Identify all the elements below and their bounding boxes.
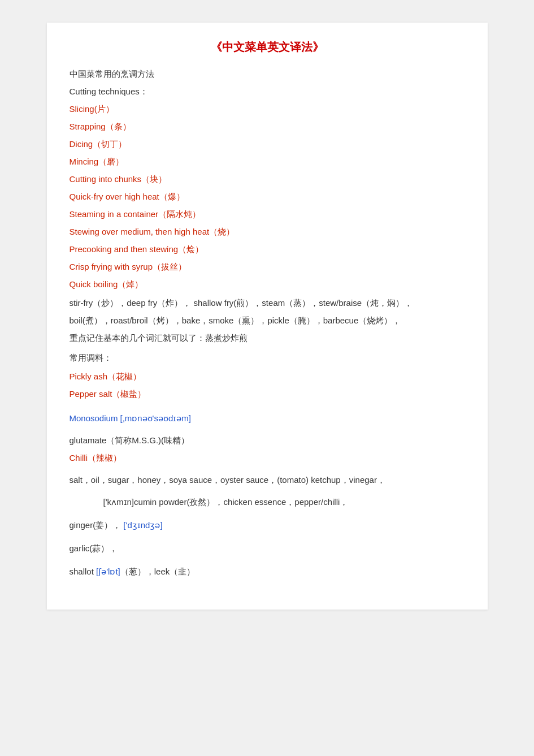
intro-text: 中国菜常用的烹调方法 [70,66,465,81]
cooking-methods-2: boil(煮），roast/broil（烤），bake，smoke（熏），pic… [70,313,465,328]
cutting-item-3: Dicing（切丁） [70,136,465,152]
page-title: 《中文菜单英文译法》 [70,40,465,55]
condiment-list1: salt，oil，sugar，honey，soya sauce，oyster s… [70,472,465,487]
condiment-glutamate: glutamate（简称M.S.G.)(味精） [70,433,465,448]
cooking-methods-1: stir-fry（炒），deep fry（炸）， shallow fry(煎），… [70,295,465,310]
condiment-monosodium: Monosodium [ˌmɒnəʊ'səʊdɪəm] [70,411,465,426]
cutting-item-9: Precooking and then stewing（烩） [70,241,465,257]
cutting-item-2: Strapping（条） [70,119,465,134]
cutting-item-11: Quick boiling（焯） [70,277,465,292]
cutting-item-6: Quick-fry over high heat（爆） [70,189,465,204]
key-phrase: 重点记住基本的几个词汇就可以了：蒸煮炒炸煎 [70,330,465,345]
condiment-ginger: ginger(姜）， ['dʒɪndʒə] [70,517,465,533]
condiment-cumin: ['kʌmɪn]cumin powder(孜然），chicken essence… [70,494,465,509]
page-container: 《中文菜单英文译法》 中国菜常用的烹调方法 Cutting techniques… [47,23,488,610]
condiment-shallot: shallot [ʃə'lɒt]（葱），leek（韭） [70,564,465,579]
cutting-item-7: Steaming in a container（隔水炖） [70,206,465,222]
cutting-item-10: Crisp frying with syrup（拔丝） [70,259,465,274]
condiments-header: 常用调料： [70,350,465,365]
condiment-garlic: garlic(蒜）， [70,541,465,556]
condiment-chilli: Chilli（辣椒） [70,450,465,465]
condiment-2: Pepper salt（椒盐） [70,386,465,401]
cutting-header: Cutting techniques： [70,84,465,99]
cutting-item-1: Slicing(片） [70,101,465,116]
cutting-item-5: Cutting into chunks（块） [70,171,465,187]
cutting-item-8: Stewing over medium, then high heat（烧） [70,224,465,239]
cutting-item-4: Mincing（磨） [70,154,465,169]
condiment-1: Pickly ash（花椒） [70,369,465,384]
